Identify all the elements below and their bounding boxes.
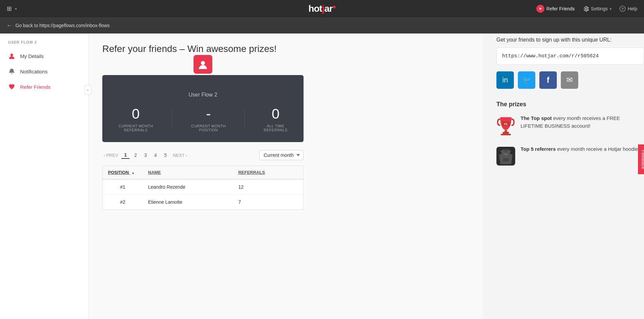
email-icon: ✉ [567,76,573,84]
stat-divider-2 [245,109,245,129]
col-header-position[interactable]: POSITION ▲ [103,166,143,180]
settings-chevron-icon: ▾ [610,7,611,11]
stats-row: 0 CURRENT MONTHREFERRALS - CURRENT MONTH… [109,106,297,132]
name-col-label: NAME [148,170,161,175]
col-header-name[interactable]: NAME [143,166,233,180]
pagination-row: ‹ PREV 1 2 3 4 5 NEXT › Current month La… [102,150,304,160]
feedback-tab-label: Feedback [641,150,644,169]
back-arrow-icon: ← [7,22,12,28]
linkedin-icon: in [502,76,508,84]
refer-friends-nav-label: Refer Friends [546,6,575,11]
main-content: Refer your friends – Win awesome prizes!… [89,34,483,319]
svg-text:hotjar: hotjar [504,153,508,155]
prize-hoodie-strong: Top 5 referrers [521,146,556,152]
content-area: Refer your friends – Win awesome prizes!… [89,34,644,319]
main-layout: USER FLOW 2 My Details Notifications [0,34,644,319]
top-nav-right: ♥ Refer Friends Settings ▾ ? Help [536,5,637,13]
prize-item-hoodie: hotjar Top 5 referrers every month recei… [496,145,644,167]
grid-chevron-icon[interactable]: ▾ [15,7,17,11]
stat-all-time-referrals: 0 ALL TIMEREFERRALS [264,106,287,132]
table-header-row: POSITION ▲ NAME REFERRALS [103,166,304,180]
stat-divider-1 [172,109,172,129]
month-filter-select[interactable]: Current month Last month All time [259,150,304,160]
twitter-icon: 🐦 [522,76,531,84]
svg-rect-9 [503,158,508,162]
linkedin-share-button[interactable]: in [496,71,514,89]
unique-url-box[interactable]: https://www.hotjar.com/r/r505624 [496,48,644,65]
heart-sidebar-icon [8,83,15,90]
settings-nav[interactable]: Settings ▾ [583,6,612,12]
help-nav-label: Help [628,6,637,11]
position-col-label: POSITION [108,170,129,175]
sidebar-item-refer-friends[interactable]: Refer Friends [0,79,89,94]
current-month-referrals-label: CURRENT MONTHREFERRALS [118,124,153,132]
back-bar[interactable]: ← Go back to https://pageflows.com/inbox… [0,17,644,34]
row1-position: #1 [103,179,143,195]
pagination-next[interactable]: NEXT › [171,152,188,158]
right-panel: Get your friends to sign up with this un… [483,34,644,319]
table-row: #2 Etienne Lamotte 7 [103,195,304,210]
pagination-page-3[interactable]: 3 [142,152,150,158]
pagination-page-1[interactable]: 1 [121,151,129,159]
help-icon: ? [620,6,626,12]
table-header: POSITION ▲ NAME REFERRALS [103,166,304,180]
grid-icon[interactable]: ⊞ [7,5,12,12]
sidebar: USER FLOW 2 My Details Notifications [0,34,89,319]
pagination: ‹ PREV 1 2 3 4 5 NEXT › [102,151,189,159]
all-time-referrals-label: ALL TIMEREFERRALS [264,124,287,132]
pagination-page-2[interactable]: 2 [131,152,140,158]
help-nav[interactable]: ? Help [620,6,637,12]
current-month-position-value: - [191,106,226,122]
sidebar-item-my-details[interactable]: My Details [0,48,89,64]
sidebar-item-notifications[interactable]: Notifications [0,64,89,79]
svg-text:#1: #1 [504,122,507,126]
row2-name: Etienne Lamotte [143,195,233,210]
svg-text:?: ? [622,7,624,11]
col-header-referrals[interactable]: REFERRALS [233,166,303,180]
row1-referrals: 12 [233,179,303,195]
url-section-label: Get your friends to sign up with this un… [496,37,644,43]
all-time-referrals-value: 0 [264,106,287,122]
prize-top-spot-strong: The Top spot [521,115,552,121]
twitter-share-button[interactable]: 🐦 [518,71,535,89]
table-row: #1 Leandro Rezende 12 [103,179,304,195]
pagination-page-4[interactable]: 4 [152,152,160,158]
prize-hoodie-text: Top 5 referrers every month receive a Ho… [521,145,639,153]
flow-name: User Flow 2 [109,92,297,98]
sidebar-notifications-label: Notifications [20,69,48,74]
pagination-page-5[interactable]: 5 [162,152,170,158]
sidebar-section-label: USER FLOW 2 [0,40,89,48]
page-title: Refer your friends – Win awesome prizes! [102,44,470,54]
sidebar-collapse-button[interactable]: ‹ [85,85,91,95]
top-nav-left: ⊞ ▾ [7,5,17,12]
hotjar-logo: hotjar [309,3,336,14]
current-month-referrals-value: 0 [118,106,153,122]
facebook-icon: f [547,75,549,85]
email-share-button[interactable]: ✉ [561,71,578,89]
pagination-prev[interactable]: ‹ PREV [102,152,119,158]
row2-position: #2 [103,195,143,210]
heart-icon: ♥ [536,5,544,13]
feedback-tab[interactable]: Feedback [638,144,644,174]
prize-item-top-spot: #1 The Top spot every month receives a F… [496,115,644,136]
svg-rect-6 [504,130,507,132]
top-nav: ⊞ ▾ hotjar ♥ Refer Friends Settings ▾ ? … [0,0,644,17]
sort-arrow-icon: ▲ [131,171,135,175]
stats-card: User Flow 2 0 CURRENT MONTHREFERRALS - C… [102,75,304,142]
sidebar-my-details-label: My Details [20,53,44,59]
row2-referrals: 7 [233,195,303,210]
user-avatar [194,55,212,74]
social-buttons: in 🐦 f ✉ [496,71,644,89]
row1-name: Leandro Rezende [143,179,233,195]
stat-current-month-referrals: 0 CURRENT MONTHREFERRALS [118,106,153,132]
logo-container: hotjar [309,3,336,14]
trophy-icon: #1 [496,115,515,136]
sidebar-refer-friends-label: Refer Friends [20,84,51,90]
svg-rect-5 [501,134,511,135]
svg-point-3 [201,61,205,65]
refer-friends-nav[interactable]: ♥ Refer Friends [536,5,575,13]
facebook-share-button[interactable]: f [539,71,557,89]
hoodie-icon: hotjar [496,145,515,167]
settings-nav-label: Settings [591,6,608,11]
person-icon [8,52,15,60]
